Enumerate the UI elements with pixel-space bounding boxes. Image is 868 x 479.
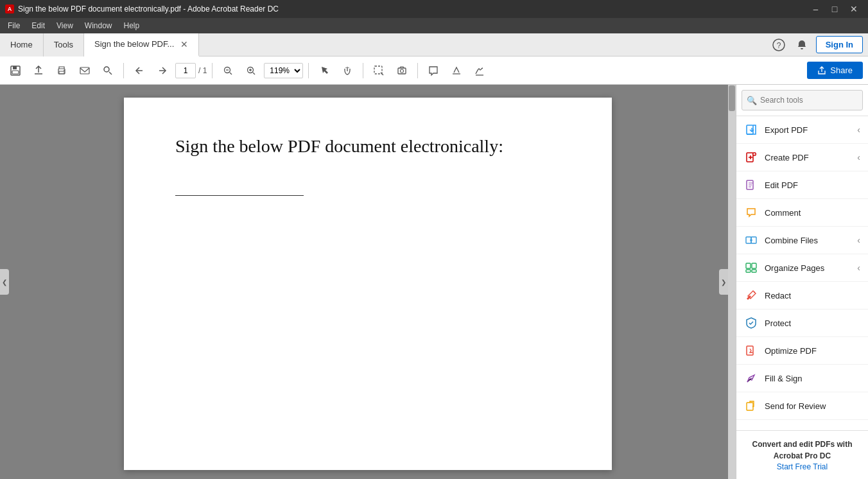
marquee-zoom-icon	[373, 65, 385, 76]
collapse-left-button[interactable]: ❮	[0, 269, 9, 295]
zoom-in-icon	[246, 65, 256, 76]
redact-label: Redact	[765, 291, 860, 300]
tool-comment[interactable]: Comment	[736, 199, 868, 227]
export-pdf-chevron: ‹	[857, 125, 860, 135]
combine-files-label: Combine Files	[765, 236, 851, 245]
help-button[interactable]: ?	[770, 36, 788, 54]
svg-rect-25	[746, 270, 751, 272]
snapshot-button[interactable]	[392, 60, 412, 81]
tool-redact[interactable]: Redact	[736, 282, 868, 309]
print-button[interactable]	[51, 60, 72, 81]
redact-icon	[744, 288, 758, 302]
pdf-content-text: Sign the below PDF document electronical…	[175, 136, 560, 157]
share-icon	[817, 66, 826, 75]
create-pdf-chevron: ‹	[857, 152, 860, 162]
fill-sign-label: Fill & Sign	[765, 374, 860, 383]
pdf-page: Sign the below PDF document electronical…	[124, 98, 612, 470]
optimize-pdf-label: Optimize PDF	[765, 346, 860, 356]
share-label: Share	[830, 65, 853, 75]
title-bar: A Sign the below PDF document electronic…	[0, 0, 868, 18]
comment-icon	[744, 205, 758, 220]
combine-files-chevron: ‹	[857, 235, 860, 245]
menu-file[interactable]: File	[3, 20, 25, 31]
comment-label: Comment	[765, 208, 860, 218]
app-icon: A	[5, 4, 14, 13]
tool-combine-files[interactable]: Combine Files ‹	[736, 227, 868, 254]
protect-icon	[744, 316, 758, 330]
edit-pdf-label: Edit PDF	[765, 180, 860, 190]
highlight-button[interactable]	[446, 60, 467, 81]
tool-optimize-pdf[interactable]: Optimize PDF	[736, 337, 868, 365]
collapse-right-button[interactable]: ❯	[719, 269, 728, 295]
notifications-button[interactable]	[793, 36, 811, 54]
menu-edit[interactable]: Edit	[26, 20, 50, 31]
email-button[interactable]	[74, 60, 95, 81]
svg-rect-8	[80, 67, 89, 74]
toolbar: / 1 119% 100% 75% 50% 150% 200%	[0, 57, 868, 85]
promo-text: Convert and edit PDFs with Acrobat Pro D…	[744, 439, 860, 462]
svg-point-7	[64, 69, 65, 71]
tool-protect[interactable]: Protect	[736, 309, 868, 337]
svg-rect-15	[398, 68, 406, 74]
zoom-select[interactable]: 119% 100% 75% 50% 150% 200%	[264, 63, 303, 78]
help-icon: ?	[772, 39, 785, 51]
optimize-icon	[744, 344, 758, 358]
sign-button[interactable]	[469, 60, 490, 81]
tool-create-pdf[interactable]: Create PDF ‹	[736, 144, 868, 171]
tool-edit-pdf[interactable]: Edit PDF	[736, 171, 868, 199]
save-button[interactable]	[5, 60, 26, 81]
snapshot-icon	[396, 65, 408, 76]
restore-button[interactable]: □	[826, 0, 844, 18]
tool-organize-pages[interactable]: Organize Pages ‹	[736, 254, 868, 282]
separator-2	[212, 63, 213, 78]
zoom-in-button[interactable]	[241, 60, 261, 81]
menu-window[interactable]: Window	[80, 20, 117, 31]
next-page-button[interactable]	[152, 60, 173, 81]
sign-in-button[interactable]: Sign In	[816, 36, 863, 53]
prev-page-button[interactable]	[129, 60, 150, 81]
upload-button[interactable]	[28, 60, 49, 81]
page-separator: / 1	[198, 66, 207, 75]
find-text-button[interactable]	[98, 60, 118, 81]
close-button[interactable]: ✕	[845, 0, 863, 18]
sign-icon	[474, 65, 485, 76]
hand-tool-button[interactable]	[337, 60, 358, 81]
svg-rect-3	[13, 66, 17, 69]
page-input[interactable]	[175, 63, 196, 78]
tab-bar: Home Tools Sign the below PDF... ✕ ? Sig…	[0, 33, 868, 57]
minimize-button[interactable]: ‒	[806, 0, 824, 18]
tab-home[interactable]: Home	[0, 33, 44, 57]
email-icon	[79, 65, 91, 76]
tool-export-pdf[interactable]: Export PDF ‹	[736, 116, 868, 144]
comment-tool-icon	[428, 65, 439, 76]
tab-tools-label: Tools	[54, 40, 73, 49]
zoom-out-button[interactable]	[218, 60, 238, 81]
right-panel: 🔍 Export PDF ‹ Create PDF ‹ Edit PDF	[736, 85, 868, 479]
zoom-out-icon	[223, 65, 233, 76]
pdf-scrollbar-thumb[interactable]	[729, 85, 735, 111]
comment-button[interactable]	[423, 60, 444, 81]
pdf-scrollbar[interactable]	[728, 85, 736, 479]
svg-rect-29	[747, 403, 753, 410]
share-button[interactable]: Share	[807, 62, 863, 79]
search-tools-input[interactable]	[742, 90, 863, 110]
upload-icon	[33, 65, 44, 76]
promo-link[interactable]: Start Free Trial	[777, 462, 828, 471]
hand-tool-icon	[342, 65, 352, 76]
tab-doc-label: Sign the below PDF...	[94, 39, 174, 49]
promo-box: Convert and edit PDFs with Acrobat Pro D…	[736, 430, 868, 479]
window-controls: ‒ □ ✕	[806, 0, 863, 18]
marquee-zoom-button[interactable]	[369, 60, 389, 81]
create-pdf-label: Create PDF	[765, 153, 851, 162]
tab-doc[interactable]: Sign the below PDF... ✕	[84, 33, 199, 57]
organize-pages-label: Organize Pages	[765, 263, 851, 273]
tab-tools[interactable]: Tools	[44, 33, 84, 57]
print-icon	[56, 65, 67, 76]
tool-fill-sign[interactable]: Fill & Sign	[736, 365, 868, 392]
tab-close-button[interactable]: ✕	[180, 39, 188, 49]
protect-label: Protect	[765, 318, 860, 328]
menu-help[interactable]: Help	[119, 20, 145, 31]
menu-view[interactable]: View	[51, 20, 78, 31]
select-tool-button[interactable]	[314, 60, 334, 81]
tool-send-for-review[interactable]: Send for Review	[736, 392, 868, 420]
